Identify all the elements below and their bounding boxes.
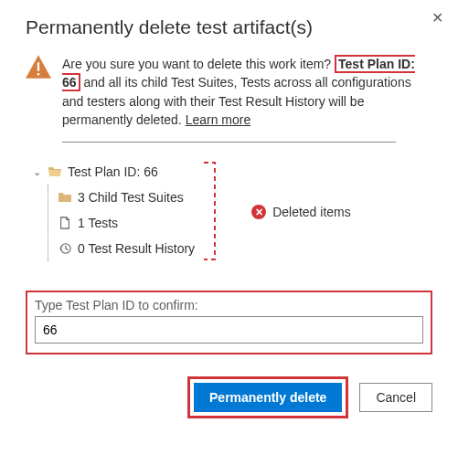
- dialog-title: Permanently delete test artifact(s): [26, 16, 432, 38]
- warning-pre: Are you sure you want to delete this wor…: [62, 57, 331, 71]
- primary-highlight: Permanently delete: [187, 376, 348, 418]
- deleted-items-label: Deleted items: [272, 205, 351, 219]
- artifact-tree: ⌄ Test Plan ID: 66 3 Child Test Suites 1…: [31, 159, 195, 265]
- tree-child-tests[interactable]: 1 Tests: [48, 210, 195, 236]
- error-icon: ✕: [251, 205, 266, 219]
- bracket-icon: [202, 161, 220, 263]
- confirm-label: Type Test Plan ID to confirm:: [35, 298, 423, 312]
- tree-children: 3 Child Test Suites 1 Tests 0 Test Resul…: [48, 185, 195, 261]
- permanently-delete-button[interactable]: Permanently delete: [194, 383, 342, 412]
- svg-rect-0: [37, 62, 39, 70]
- warning-block: Are you sure you want to delete this wor…: [26, 55, 432, 129]
- tree-tests-label: 1 Tests: [78, 216, 118, 230]
- tree-suites-label: 3 Child Test Suites: [78, 190, 184, 205]
- document-icon: [58, 216, 72, 230]
- tree-root-row[interactable]: ⌄ Test Plan ID: 66: [31, 159, 195, 185]
- tree-root-label: Test Plan ID: 66: [68, 164, 158, 179]
- folder-icon: [58, 190, 72, 205]
- cancel-button[interactable]: Cancel: [359, 383, 432, 412]
- confirm-block: Type Test Plan ID to confirm:: [26, 291, 432, 354]
- tree-child-history[interactable]: 0 Test Result History: [48, 236, 195, 261]
- folder-open-icon: [48, 164, 62, 179]
- warning-icon: [26, 55, 51, 79]
- tree-child-suites[interactable]: 3 Child Test Suites: [48, 185, 195, 210]
- warning-text: Are you sure you want to delete this wor…: [62, 55, 432, 129]
- confirm-input[interactable]: [35, 316, 423, 344]
- chevron-down-icon[interactable]: ⌄: [31, 166, 42, 178]
- separator: [62, 142, 396, 143]
- deleted-items: ✕ Deleted items: [251, 205, 351, 219]
- history-icon: [58, 241, 72, 256]
- learn-more-link[interactable]: Learn more: [186, 112, 251, 127]
- close-icon[interactable]: ✕: [428, 7, 447, 29]
- svg-rect-1: [37, 73, 39, 75]
- tree-section: ⌄ Test Plan ID: 66 3 Child Test Suites 1…: [26, 159, 432, 265]
- tree-history-label: 0 Test Result History: [78, 241, 195, 256]
- dialog-actions: Permanently delete Cancel: [26, 376, 432, 418]
